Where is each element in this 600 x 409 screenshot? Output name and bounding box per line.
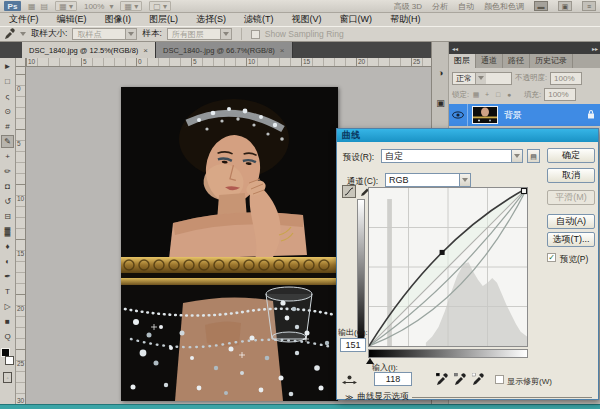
ok-button[interactable]: 确定 <box>547 148 595 163</box>
tool-marquee[interactable]: □ <box>1 75 14 88</box>
tab-history[interactable]: 历史记录 <box>530 54 573 68</box>
tool-crop[interactable]: # <box>1 120 14 133</box>
output-value-field[interactable]: 151 <box>340 338 366 352</box>
zoom-level[interactable]: 100% ▾ <box>84 2 113 11</box>
black-point-dropper[interactable] <box>435 372 449 387</box>
menu-select[interactable]: 选择(S) <box>187 13 235 26</box>
gray-point-dropper[interactable] <box>453 372 467 387</box>
tool-preset-arrow-icon[interactable] <box>20 32 26 36</box>
arrange-documents-button[interactable]: ▦ ▾ <box>120 1 142 11</box>
workspace-color-tone[interactable]: 颜色和色调 <box>484 1 524 12</box>
lock-position-icon[interactable]: □ <box>494 91 502 98</box>
channel-dropdown[interactable]: RGB <box>385 173 471 187</box>
view-extras-button[interactable]: ▦ ▾ <box>55 1 77 11</box>
tool-eyedropper[interactable]: ✎ <box>1 135 14 148</box>
close-tab-icon[interactable]: × <box>143 46 148 55</box>
horizontal-ruler[interactable]: 10 5 0 5 10 15 20 25 <box>26 58 431 67</box>
workspace-analysis[interactable]: 分析 <box>432 1 448 12</box>
tool-dodge[interactable]: ◐ <box>1 255 14 268</box>
tool-clone-stamp[interactable]: ◘ <box>1 180 14 193</box>
dock-collapse-bar[interactable]: ◂◂ ▸▸ <box>449 42 600 54</box>
workspace-menu-button[interactable]: ≡ <box>582 1 596 11</box>
menu-file[interactable]: 文件(F) <box>0 13 48 26</box>
show-clipping-checkbox[interactable] <box>495 375 504 384</box>
sampling-ring-checkbox[interactable] <box>251 30 260 39</box>
h-ruler-number: 5 <box>83 58 87 65</box>
channel-value: RGB <box>386 175 459 185</box>
tool-move[interactable]: ► <box>1 60 14 73</box>
tool-quick-select[interactable]: ⊙ <box>1 105 14 118</box>
extras-icon[interactable]: ▤ <box>41 2 49 11</box>
tab-channels[interactable]: 通道 <box>476 54 503 68</box>
tool-path-select[interactable]: ▷ <box>1 300 14 313</box>
tool-eraser[interactable]: ⊟ <box>1 210 14 223</box>
masks-panel-icon[interactable]: ▣ <box>435 98 446 109</box>
lock-image-icon[interactable]: + <box>483 91 491 98</box>
tool-history-brush[interactable]: ↺ <box>1 195 14 208</box>
tool-type[interactable]: T <box>1 285 14 298</box>
preset-options-button[interactable]: ▤ <box>527 149 540 163</box>
tool-healing-brush[interactable]: + <box>1 150 14 163</box>
preset-dropdown[interactable]: 自定 <box>381 149 523 163</box>
sample-size-dropdown[interactable]: 取样点 <box>72 28 137 40</box>
tool-shape[interactable]: ■ <box>1 315 14 328</box>
menu-filter[interactable]: 滤镜(T) <box>235 13 283 26</box>
tool-zoom[interactable]: Q <box>1 330 14 343</box>
menu-view[interactable]: 视图(V) <box>283 13 331 26</box>
ruler-corner <box>16 58 26 67</box>
h-ruler-number: 15 <box>303 58 310 65</box>
options-button[interactable]: 选项(T)... <box>547 232 595 247</box>
background-color-swatch[interactable] <box>5 356 14 365</box>
sample-dropdown[interactable]: 所有图层 <box>167 28 232 40</box>
curve-grid[interactable] <box>368 187 528 347</box>
workspace-automation[interactable]: 自动 <box>458 1 474 12</box>
screen-mode-button[interactable]: ▢ ▾ <box>149 1 171 11</box>
workspace-current-button[interactable]: ▬ <box>534 1 548 11</box>
tool-brush[interactable]: ✏ <box>1 165 14 178</box>
input-value-field[interactable]: 118 <box>374 372 412 386</box>
dialog-title-bar[interactable]: 曲线 <box>337 129 598 142</box>
document-image[interactable] <box>121 87 338 401</box>
bridge-icon[interactable]: ▦ <box>28 2 36 11</box>
dropdown-arrow-icon <box>459 174 470 186</box>
layer-row-background[interactable]: 背景 <box>449 104 600 126</box>
curves-dialog[interactable]: 曲线 预设(R): 自定 ▤ 通道(C): RGB 确定 取消 平滑(M) 自动… <box>336 128 599 400</box>
tool-gradient[interactable]: ▓ <box>1 225 14 238</box>
tool-pen[interactable]: ✒ <box>1 270 14 283</box>
preview-checkbox[interactable]: ✓ <box>547 253 556 262</box>
vertical-ruler[interactable]: 0 5 10 15 20 25 30 <box>16 67 26 405</box>
gray-eyedropper-icon <box>454 373 466 386</box>
arrange-documents-icon: ▦ <box>124 2 132 11</box>
document-tab-2[interactable]: DSC_1840-.jpg @ 66.7%(RGB/8) × <box>156 42 293 58</box>
menu-image[interactable]: 图像(I) <box>96 13 141 26</box>
curve-mode-button[interactable] <box>342 185 356 198</box>
menu-layer[interactable]: 图层(L) <box>140 13 187 26</box>
adjustments-panel-icon[interactable]: ◑ <box>435 68 446 79</box>
workspace-button-2[interactable]: ▣ <box>558 1 572 11</box>
menu-help[interactable]: 帮助(H) <box>381 13 430 26</box>
lock-transparency-icon[interactable]: ▦ <box>472 91 480 99</box>
menu-edit[interactable]: 编辑(E) <box>48 13 96 26</box>
tab-layers[interactable]: 图层 <box>449 54 476 68</box>
tool-blur[interactable]: ♦ <box>1 240 14 253</box>
menu-window[interactable]: 窗口(W) <box>331 13 382 26</box>
fill-dropdown[interactable]: 100% <box>544 88 576 101</box>
eye-icon <box>452 111 464 119</box>
document-tab-1[interactable]: DSC_1840.jpg @ 12.5%(RGB/8) × <box>22 42 156 58</box>
cancel-button[interactable]: 取消 <box>547 168 595 183</box>
lock-all-icon[interactable]: ● <box>505 91 513 98</box>
tab-paths[interactable]: 路径 <box>503 54 530 68</box>
curve-display-options[interactable]: ≫ 曲线显示选项 <box>345 391 592 403</box>
white-point-dropper[interactable] <box>471 372 485 387</box>
layer-thumbnail[interactable] <box>472 106 498 124</box>
quick-mask-button[interactable]: ◦ <box>3 372 12 383</box>
layer-visibility-toggle[interactable] <box>449 104 468 126</box>
auto-button[interactable]: 自动(A) <box>547 214 595 229</box>
opacity-dropdown[interactable]: 100% <box>550 72 582 85</box>
on-image-adjust-button[interactable] <box>341 374 358 388</box>
blend-mode-dropdown[interactable]: 正常 <box>452 72 512 85</box>
tool-lasso[interactable]: ς <box>1 90 14 103</box>
workspace-advanced-3d[interactable]: 高级 3D <box>394 1 422 12</box>
close-tab-icon[interactable]: × <box>280 46 285 55</box>
photo-illustration <box>121 87 338 401</box>
